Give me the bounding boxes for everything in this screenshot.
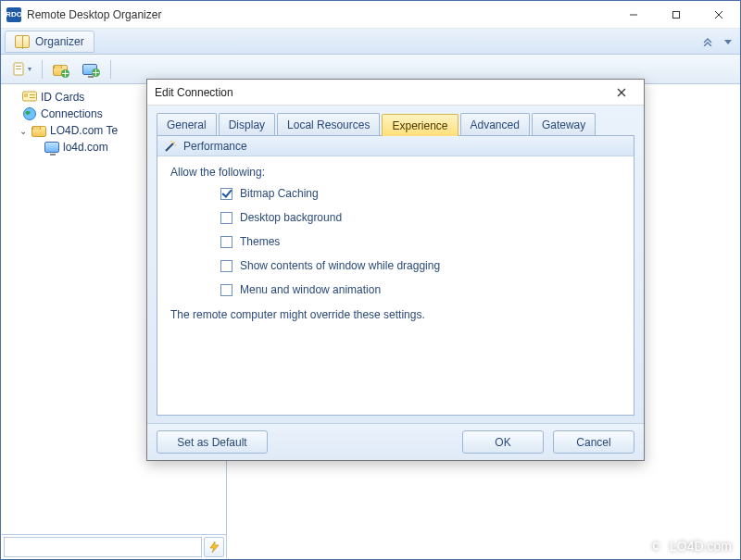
checkbox[interactable] — [220, 260, 232, 272]
tab-experience[interactable]: Experience — [382, 114, 458, 136]
svg-point-12 — [24, 108, 36, 120]
plus-badge-icon — [92, 68, 100, 77]
svg-rect-1 — [673, 11, 680, 18]
tab-label: General — [167, 118, 207, 131]
option-label: Show contents of window while dragging — [240, 259, 440, 272]
tab-local-resources[interactable]: Local Resources — [277, 113, 380, 135]
override-note: The remote computer might override these… — [170, 308, 621, 321]
lightning-icon — [207, 541, 220, 554]
button-label: Cancel — [576, 436, 610, 449]
checkbox[interactable] — [220, 212, 232, 224]
ok-button[interactable]: OK — [462, 430, 544, 454]
watermark-text: LO4D.com — [670, 539, 732, 554]
folder-icon — [53, 65, 68, 76]
menubar: Organizer — [1, 29, 740, 55]
menubar-dropdown-button[interactable] — [720, 33, 736, 50]
sidebar-search-input[interactable] — [4, 537, 202, 557]
checkbox[interactable] — [220, 284, 232, 296]
maximize-button[interactable] — [655, 1, 697, 29]
wand-icon — [163, 139, 178, 154]
option-show-contents[interactable]: Show contents of window while dragging — [220, 256, 621, 275]
svg-rect-9 — [24, 93, 28, 97]
toolbar-button-4[interactable] — [115, 57, 143, 81]
generic-icon — [121, 62, 136, 77]
sidebar-footer — [2, 534, 226, 558]
svg-rect-6 — [16, 66, 21, 67]
dialog-body: General Display Local Resources Experien… — [147, 106, 644, 423]
button-label: Set as Default — [177, 436, 246, 449]
section-header-performance: Performance — [157, 136, 634, 156]
organizer-menu-button[interactable]: Organizer — [5, 31, 94, 53]
option-themes[interactable]: Themes — [220, 232, 621, 251]
chevron-down-icon: ▾ — [28, 65, 31, 73]
toolbar-button-5[interactable] — [144, 57, 172, 81]
tree-label: ID Cards — [41, 91, 84, 104]
section-title: Performance — [183, 140, 247, 153]
folder-icon — [31, 126, 46, 137]
option-bitmap-caching[interactable]: Bitmap Caching — [220, 184, 621, 203]
svg-point-18 — [175, 144, 177, 146]
svg-rect-11 — [30, 97, 35, 98]
dialog-titlebar: Edit Connection — [147, 80, 644, 106]
app-icon: RDO — [6, 7, 21, 22]
menubar-overflow-button[interactable] — [699, 33, 716, 50]
option-menu-animation[interactable]: Menu and window animation — [220, 280, 621, 299]
dialog-close-button[interactable] — [607, 81, 636, 104]
svg-point-17 — [173, 142, 175, 143]
tab-general[interactable]: General — [157, 113, 217, 135]
tab-page-experience: Performance Allow the following: Bitmap … — [157, 135, 634, 416]
close-button[interactable] — [697, 1, 740, 29]
svg-marker-13 — [210, 541, 219, 553]
monitor-icon — [44, 142, 59, 153]
titlebar: RDO Remote Desktop Organizer — [1, 1, 740, 29]
expander-icon[interactable]: ⌄ — [19, 126, 28, 136]
organizer-label: Organizer — [35, 35, 84, 48]
plus-badge-icon — [61, 69, 69, 78]
button-label: OK — [495, 436, 510, 449]
checkbox[interactable] — [220, 236, 232, 248]
toolbar-new-connection-button[interactable] — [76, 57, 107, 81]
tab-advanced[interactable]: Advanced — [460, 113, 530, 135]
intro-text: Allow the following: — [170, 166, 621, 179]
svg-rect-10 — [30, 94, 35, 95]
book-icon — [15, 35, 30, 48]
tree-label: Connections — [41, 107, 103, 120]
tab-label: Local Resources — [287, 118, 370, 131]
option-label: Bitmap Caching — [240, 187, 319, 200]
sidebar-quick-connect-button[interactable] — [204, 537, 224, 557]
tab-label: Display — [229, 118, 265, 131]
tree-label: LO4D.com Te — [50, 124, 118, 137]
toolbar-new-folder-button[interactable] — [46, 57, 74, 81]
tab-display[interactable]: Display — [219, 113, 275, 135]
minimize-button[interactable] — [612, 1, 655, 29]
tab-gateway[interactable]: Gateway — [532, 113, 596, 135]
option-label: Menu and window animation — [240, 283, 381, 296]
tree-label: lo4d.com — [63, 141, 108, 154]
checkbox[interactable] — [220, 188, 232, 200]
copyright-icon: C — [647, 538, 664, 554]
svg-line-16 — [166, 143, 173, 151]
set-as-default-button[interactable]: Set as Default — [157, 430, 268, 454]
globe-icon — [22, 106, 37, 121]
watermark: C LO4D.com — [647, 538, 732, 554]
document-icon — [11, 62, 26, 77]
svg-marker-4 — [724, 40, 732, 44]
svg-point-19 — [170, 140, 172, 142]
toolbar-new-button[interactable]: ▾ — [5, 57, 38, 81]
svg-rect-7 — [16, 68, 21, 69]
option-label: Themes — [240, 235, 280, 248]
dialog-button-bar: Set as Default OK Cancel — [147, 423, 644, 460]
edit-connection-dialog: Edit Connection General Display Local Re… — [146, 79, 645, 461]
dialog-title: Edit Connection — [155, 86, 233, 99]
tabstrip: General Display Local Resources Experien… — [157, 113, 634, 135]
option-label: Desktop background — [240, 211, 342, 224]
tab-label: Gateway — [542, 118, 585, 131]
option-desktop-background[interactable]: Desktop background — [220, 208, 621, 227]
tab-label: Experience — [392, 119, 447, 132]
generic-icon — [151, 62, 166, 77]
tab-label: Advanced — [471, 118, 520, 131]
app-title: Remote Desktop Organizer — [27, 8, 612, 21]
cancel-button[interactable]: Cancel — [553, 430, 634, 454]
section-body: Allow the following: Bitmap Caching Desk… — [157, 156, 634, 330]
id-card-icon — [22, 90, 37, 105]
